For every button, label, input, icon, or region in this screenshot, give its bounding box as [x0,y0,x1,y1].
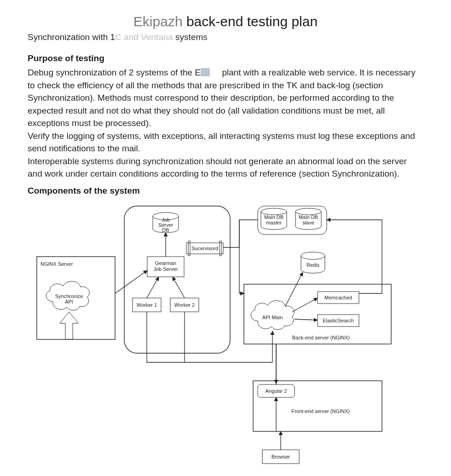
worker1-label: Worker 1 [137,302,157,308]
sync-api-l1: Synchronize [55,293,83,299]
link-nginx-gearman [115,270,147,293]
subtitle-dim: C and Ventana [115,32,173,42]
frontend-label: Front-end server (NGINX) [291,408,350,414]
svg-text:Main DB: Main DB [299,214,318,220]
link-api-elastic [295,319,318,320]
svg-rect-3 [220,241,221,256]
job-db-l3: DB [162,227,169,233]
svg-point-4 [261,208,287,215]
architecture-diagram: NGINX Server Synchronize API Job Server … [28,201,423,473]
main-db-master: Main DB master [261,208,287,229]
nginx-server-label: NGINX Server [40,261,73,267]
gearman-l1: Gearman [155,260,176,266]
link-db-backend-right [327,220,382,293]
big-arrow-icon [60,312,78,339]
backend-label: Back-end server (NGINX) [292,335,350,340]
subtitle-post: systems [173,32,208,42]
main-db-slave: Main DB slave [295,208,321,229]
elastic-label: ElasticSearch [323,318,353,323]
purpose-p2: Verify the logging of systems, with exce… [28,131,415,154]
svg-point-7 [295,208,321,215]
memcached-label: Memcached [324,295,352,300]
purpose-pre: Debug synchronization of 2 systems of th… [28,68,201,77]
link-api-memcached [292,298,318,312]
purpose-body: Debug synchronization of 2 systems of th… [28,66,423,180]
sync-api-l2: API [65,299,73,304]
subtitle: Synchronization with 1C and Ventana syst… [28,32,423,42]
api-main-label: API Main [262,315,283,320]
redis-label: Redis [306,262,320,268]
link-w2-gearman [173,277,185,298]
subtitle-pre: Synchronization with 1 [28,32,115,42]
browser-label: Browser [272,454,290,459]
supervisord-label: Sucervisord [191,246,218,251]
synchronize-api-cloud: Synchronize API [46,281,89,310]
api-main-cloud: API Main [251,301,294,330]
link-supervisord-out [223,220,239,247]
title-dim: Ekipazh [133,14,183,29]
purpose-p3: Interoperable systems during synchroniza… [28,156,407,179]
svg-text:master: master [266,220,282,225]
job-group [124,206,230,353]
link-api-redis [285,272,303,306]
link-w1-gearman [147,277,159,298]
svg-point-10 [301,252,325,259]
link-w1-api [147,312,272,362]
worker2-label: Worker 2 [174,302,195,308]
link-db-backend-left [239,220,258,293]
title-main: back-end testing plan [183,14,318,29]
redacted-blot [201,68,210,76]
redis-db: Redis [301,252,325,273]
page-title: Ekipazh back-end testing plan [28,14,423,29]
svg-text:Main DB: Main DB [264,214,283,220]
gearman-l2: Job Server [153,266,178,272]
section-components: Components of the system [28,186,423,196]
job-server-db: Job Server DB [153,212,179,233]
angular-label: Angular 2 [265,388,287,394]
svg-text:slave: slave [302,220,314,225]
svg-rect-2 [188,241,190,256]
section-purpose: Purpose of testing [28,53,423,63]
supervisord-box: Sucervisord [186,241,223,256]
